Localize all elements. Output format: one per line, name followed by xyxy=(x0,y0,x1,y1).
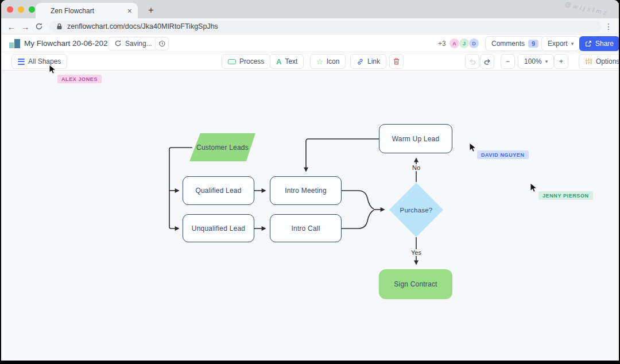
node-label: Purchase? xyxy=(400,207,433,214)
editor-toolbar: All Shapes Process A Text ☆ Icon Link xyxy=(1,52,619,71)
back-icon[interactable]: ← xyxy=(6,21,17,32)
document-title[interactable]: My Flowchart 20-06-2021 xyxy=(24,39,112,48)
all-shapes-button[interactable]: All Shapes xyxy=(11,54,67,69)
redo-button[interactable] xyxy=(480,54,494,69)
browser-address-bar: ← → zenflowchart.com/docs/Jka40MIRtoFTik… xyxy=(1,18,619,34)
edge-label-no: No xyxy=(409,164,424,171)
reload-icon[interactable] xyxy=(33,21,45,32)
avatar[interactable]: D xyxy=(468,38,479,49)
chevron-down-icon: ▾ xyxy=(545,59,548,64)
new-tab-button[interactable]: + xyxy=(144,3,158,18)
browser-tab[interactable]: Zen Flowchart × xyxy=(36,3,138,18)
delete-button[interactable] xyxy=(389,54,404,69)
options-label: Options xyxy=(596,57,619,65)
node-warm-up-lead[interactable]: Warm Up Lead xyxy=(379,124,452,153)
forward-icon[interactable]: → xyxy=(20,21,31,32)
hamburger-icon xyxy=(18,59,25,65)
zoom-level-value: 100% xyxy=(524,57,542,65)
history-button[interactable] xyxy=(155,37,169,51)
export-label: Export xyxy=(548,40,568,48)
node-label: Intro Meeting xyxy=(285,187,327,195)
export-button[interactable]: Export ▾ xyxy=(541,36,580,51)
collaborator-label-alex-jones: ALEX JONES xyxy=(57,75,102,83)
chevron-down-icon: ▾ xyxy=(571,41,574,47)
undo-button[interactable] xyxy=(465,54,479,69)
comments-button[interactable]: Comments 9 xyxy=(485,36,545,51)
process-label: Process xyxy=(239,57,264,65)
browser-menu-icon[interactable]: ⋮ xyxy=(604,21,613,32)
cursor-alex xyxy=(48,64,56,75)
window-controls xyxy=(7,6,35,13)
node-intro-call[interactable]: Intro Call xyxy=(270,214,342,242)
node-customer-leads[interactable]: Customer Leads xyxy=(189,133,255,161)
text-label: Text xyxy=(285,57,297,65)
avatar-overflow-count[interactable]: +3 xyxy=(438,40,446,48)
node-intro-meeting[interactable]: Intro Meeting xyxy=(270,176,342,205)
sliders-icon xyxy=(585,58,592,65)
icon-tool-button[interactable]: ☆ Icon xyxy=(310,54,346,69)
url-text: zenflowchart.com/docs/Jka40MIRtoFTikgSpJ… xyxy=(67,22,218,30)
zoom-window-button[interactable] xyxy=(29,6,35,13)
node-sign-contract[interactable]: Sign Contract xyxy=(379,269,452,299)
cursor-david xyxy=(468,142,476,153)
node-label: Sign Contract xyxy=(394,280,437,288)
lock-icon xyxy=(56,23,63,30)
sync-icon xyxy=(114,40,122,47)
comments-count-badge: 9 xyxy=(528,40,538,48)
node-label: Warm Up Lead xyxy=(392,135,440,143)
process-shape-icon xyxy=(228,59,236,64)
node-qualified-lead[interactable]: Qualified Lead xyxy=(183,176,254,205)
text-tool-button[interactable]: A Text xyxy=(270,54,304,69)
text-icon: A xyxy=(276,57,281,66)
node-unqualified-lead[interactable]: Unqualified Lead xyxy=(183,214,254,242)
edge-label-yes: Yes xyxy=(408,249,424,256)
link-label: Link xyxy=(367,57,380,65)
node-label: Intro Call xyxy=(291,224,320,233)
tab-strip: Zen Flowchart × + xyxy=(1,0,619,18)
link-tool-button[interactable]: Link xyxy=(350,54,386,69)
url-field[interactable]: zenflowchart.com/docs/Jka40MIRtoFTikgSpJ… xyxy=(49,21,602,33)
options-button[interactable]: Options xyxy=(579,54,619,69)
saving-button[interactable]: Saving... xyxy=(108,37,158,51)
saving-label: Saving... xyxy=(125,40,152,48)
close-window-button[interactable] xyxy=(7,6,13,13)
collaborator-label-jenny-pierson: JENNY PIERSON xyxy=(538,191,593,200)
node-label: Unqualified Lead xyxy=(192,224,245,233)
link-icon xyxy=(356,58,364,65)
share-button[interactable]: Share xyxy=(579,36,619,51)
process-tool-button[interactable]: Process xyxy=(222,54,270,69)
minimize-window-button[interactable] xyxy=(18,6,24,13)
close-tab-icon[interactable]: × xyxy=(127,6,132,16)
external-link-icon xyxy=(585,40,592,47)
comments-label: Comments xyxy=(491,40,525,48)
app-header: My Flowchart 20-06-2021 Saving... +3 A J… xyxy=(1,34,619,52)
star-icon: ☆ xyxy=(316,57,323,66)
node-label: Qualified Lead xyxy=(195,187,241,195)
node-label: Customer Leads xyxy=(196,144,249,152)
zoom-level-dropdown[interactable]: 100% ▾ xyxy=(518,54,554,69)
zoom-in-button[interactable]: + xyxy=(554,54,568,69)
browser-window: Zen Flowchart × + @wljslmz ← → zenflowch… xyxy=(1,0,619,361)
icon-label: Icon xyxy=(327,57,340,65)
zenflowchart-logo xyxy=(9,38,21,48)
zoom-out-button[interactable]: − xyxy=(501,54,515,69)
collaborator-label-david-nguyen: DAVID NGUYEN xyxy=(477,150,529,159)
cursor-jenny xyxy=(529,183,537,193)
share-label: Share xyxy=(595,40,614,48)
tab-title: Zen Flowchart xyxy=(51,7,123,15)
